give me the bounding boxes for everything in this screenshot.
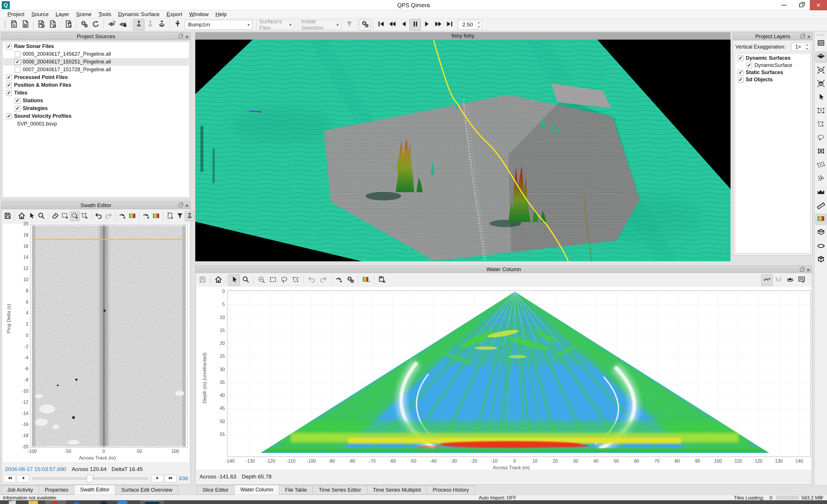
select-lasso-tool[interactable] — [816, 133, 826, 144]
add-raw-sonar-files-button[interactable] — [35, 19, 47, 31]
swath-undo-button[interactable] — [94, 211, 103, 221]
wc-plot[interactable] — [227, 290, 811, 457]
project-sources-header[interactable]: Project Sources × — [1, 33, 190, 41]
tab-process-history[interactable]: Process History — [427, 485, 475, 495]
select-slice-tool[interactable] — [816, 160, 826, 170]
wc-pick-target-button[interactable] — [255, 274, 267, 286]
checkbox-unchecked[interactable] — [15, 67, 20, 73]
select-polygon-tool[interactable] — [816, 119, 826, 130]
spin-down-icon[interactable]: ▼ — [476, 25, 482, 29]
taskbar-app-1[interactable] — [45, 500, 66, 504]
swath-eraser-button[interactable] — [50, 211, 60, 221]
swath-save-button[interactable] — [3, 211, 12, 221]
menu-project[interactable]: Project — [4, 11, 28, 18]
swath-editor-tool-button[interactable] — [133, 19, 144, 31]
ping-first-button[interactable] — [4, 475, 16, 483]
show-surface-tool[interactable] — [816, 52, 826, 63]
tab-water-column[interactable]: Water Column — [234, 485, 279, 495]
selection-combo[interactable]: Inside Selection▾ — [298, 20, 342, 30]
playback-speed-spinner[interactable]: 2.50▲▼ — [458, 20, 482, 30]
tab-properties[interactable]: Properties — [39, 485, 75, 495]
bounding-cube-tool[interactable] — [816, 254, 826, 265]
select-cursor-tool[interactable] — [816, 92, 826, 103]
swath-beam-view-button[interactable] — [185, 211, 194, 221]
zoom-extent-surface-tool[interactable] — [816, 65, 826, 76]
checkbox-checked[interactable]: ✓ — [746, 63, 752, 68]
wc-cursor-button[interactable] — [228, 274, 240, 286]
wc-beam-display-button[interactable] — [784, 274, 796, 286]
playback-ffwd-button[interactable] — [432, 19, 444, 31]
wc-display-options-button[interactable] — [796, 274, 807, 286]
patch-test-tool-button[interactable] — [156, 19, 167, 31]
toolbar-grip[interactable] — [817, 34, 825, 36]
tree-row-0006-20040617-150251-pingeline-all[interactable]: ✓0006_20040617_150251_Pingeline.all — [3, 58, 189, 66]
windows-taskbar[interactable] — [0, 500, 827, 504]
taskbar-app-3[interactable] — [100, 501, 107, 504]
checkbox-checked[interactable]: ✓ — [6, 83, 12, 88]
close-panel-icon[interactable]: × — [807, 34, 811, 40]
update-dynamic-surface-button[interactable] — [106, 19, 117, 31]
scene-3d-view[interactable]: fishy fishy — [195, 32, 731, 261]
checkbox-checked[interactable]: ✓ — [738, 70, 743, 75]
swath-zoom-button[interactable] — [36, 211, 46, 221]
swath-reject-polygon-button[interactable] — [80, 211, 89, 221]
ping-slider[interactable] — [32, 477, 148, 480]
float-panel-icon[interactable] — [179, 204, 182, 207]
tree-row-sd-objects[interactable]: ✓Sd Objects — [735, 76, 810, 83]
wc-select-lasso-button[interactable] — [279, 274, 290, 286]
scene-header[interactable]: fishy fishy — [195, 32, 731, 40]
water-column-header[interactable]: Water Column × — [196, 266, 812, 273]
swath-cursor-button[interactable] — [27, 211, 36, 221]
close-button[interactable]: × — [810, 0, 827, 10]
tab-time-series-editor[interactable]: Time Series Editor — [313, 485, 367, 495]
rotate-view-tool[interactable] — [816, 241, 826, 252]
playback-skip-end-button[interactable] — [444, 19, 455, 31]
processing-settings-button[interactable] — [79, 19, 90, 31]
swath-reject-rect-button[interactable] — [60, 211, 70, 221]
spin-up-icon[interactable]: ▲ — [476, 20, 482, 25]
colormap-tool[interactable] — [816, 214, 826, 224]
measure-tool[interactable] — [816, 200, 826, 211]
checkbox-checked[interactable]: ✓ — [6, 90, 12, 96]
taskbar-app-4[interactable] — [117, 501, 127, 504]
project-layers-tree[interactable]: ✓Dynamic Surfaces✓DynamicSurface✓Static … — [735, 53, 811, 254]
playback-settings-button[interactable] — [359, 19, 371, 31]
swath-home-button[interactable] — [17, 211, 27, 221]
tree-row-strategies[interactable]: ✓Strategies — [3, 105, 189, 112]
menu-layer[interactable]: Layer — [52, 11, 72, 18]
swath-beam-colormap-button[interactable] — [151, 211, 161, 221]
close-panel-icon[interactable]: × — [185, 202, 189, 208]
checkbox-checked[interactable]: ✓ — [6, 44, 12, 49]
checkbox-checked[interactable]: ✓ — [6, 75, 12, 81]
wc-save-button[interactable] — [197, 274, 208, 286]
swath-accept-points-button[interactable] — [117, 211, 127, 221]
start-button-icon[interactable] — [9, 501, 16, 504]
minimize-button[interactable] — [775, 0, 792, 10]
toolbar-grip[interactable] — [4, 20, 6, 29]
swath-redo-button[interactable] — [103, 211, 113, 221]
grid-3d-tool[interactable] — [816, 227, 826, 238]
add-processed-point-files-button[interactable] — [47, 19, 58, 31]
open-project-button[interactable] — [19, 19, 31, 31]
float-panel-icon[interactable] — [179, 35, 182, 38]
ping-last-button[interactable] — [164, 475, 177, 483]
checkbox-checked[interactable]: ✓ — [738, 55, 743, 61]
checkbox-checked[interactable]: ✓ — [15, 106, 20, 111]
taskbar-app-2[interactable] — [72, 501, 81, 504]
checkbox-checked[interactable]: ✓ — [6, 113, 12, 119]
spin-down-icon[interactable]: ▼ — [804, 47, 810, 51]
playback-rew-button[interactable] — [387, 19, 398, 31]
wc-home-button[interactable] — [212, 274, 224, 286]
wc-filter-tool-button[interactable] — [172, 19, 183, 31]
tree-row-0007-20040617-151728-pingeline-all[interactable]: 0007_20040617_151728_Pingeline.all — [3, 66, 189, 73]
tree-row-dynamic-surfaces[interactable]: ✓Dynamic Surfaces — [735, 55, 810, 62]
explorer-icon[interactable] — [29, 501, 38, 504]
wc-zoom-button[interactable] — [240, 274, 251, 286]
tab-job-activity[interactable]: Job Activity — [1, 485, 39, 495]
checkbox-checked[interactable]: ✓ — [15, 98, 20, 104]
menu-export[interactable]: Export — [163, 11, 186, 18]
tab-time-series-multiplot[interactable]: Time Series Multiplot — [367, 485, 427, 495]
tree-row-stations[interactable]: ✓Stations — [3, 97, 189, 105]
tree-row-static-surfaces[interactable]: ✓Static Surfaces — [735, 69, 810, 76]
menu-scene[interactable]: Scene — [72, 11, 95, 18]
